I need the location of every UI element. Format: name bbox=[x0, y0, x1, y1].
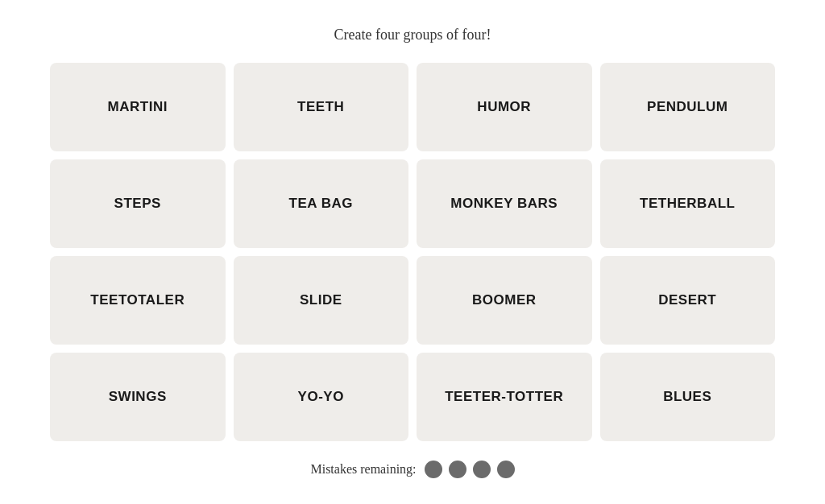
tile-tetherball[interactable]: TETHERBALL bbox=[600, 159, 776, 248]
tile-blues[interactable]: BLUES bbox=[600, 353, 776, 441]
tile-swings[interactable]: SWINGS bbox=[50, 353, 226, 441]
tile-label-tetherball: TETHERBALL bbox=[632, 188, 743, 220]
tile-label-blues: BLUES bbox=[655, 381, 719, 413]
tile-teeth[interactable]: TEETH bbox=[234, 63, 409, 151]
mistake-dot-4 bbox=[497, 461, 515, 478]
mistake-dot-3 bbox=[473, 461, 491, 478]
tile-martini[interactable]: MARTINI bbox=[50, 63, 226, 151]
game-container: Create four groups of four! MARTINITEETH… bbox=[50, 27, 775, 478]
tile-label-teeth: TEETH bbox=[289, 91, 352, 123]
tile-boomer[interactable]: BOOMER bbox=[417, 256, 592, 345]
tile-desert[interactable]: DESERT bbox=[600, 256, 776, 345]
subtitle: Create four groups of four! bbox=[334, 27, 491, 43]
mistake-dot-2 bbox=[449, 461, 466, 478]
tile-tea-bag[interactable]: TEA BAG bbox=[234, 159, 409, 248]
tile-label-martini: MARTINI bbox=[100, 91, 176, 123]
tile-label-teetotaler: TEETOTALER bbox=[82, 284, 193, 316]
tile-teetotaler[interactable]: TEETOTALER bbox=[50, 256, 226, 345]
tile-monkey-bars[interactable]: MONKEY BARS bbox=[417, 159, 592, 248]
tile-steps[interactable]: STEPS bbox=[50, 159, 226, 248]
mistakes-row: Mistakes remaining: bbox=[310, 461, 514, 478]
tile-grid: MARTINITEETHHUMORPENDULUMSTEPSTEA BAGMON… bbox=[50, 63, 775, 441]
tile-teeter-totter[interactable]: TEETER-TOTTER bbox=[417, 353, 592, 441]
mistake-dot-1 bbox=[425, 461, 442, 478]
tile-pendulum[interactable]: PENDULUM bbox=[600, 63, 776, 151]
tile-label-teeter-totter: TEETER-TOTTER bbox=[437, 381, 571, 413]
tile-label-pendulum: PENDULUM bbox=[639, 91, 736, 123]
tile-yo-yo[interactable]: YO-YO bbox=[234, 353, 409, 441]
tile-label-yo-yo: YO-YO bbox=[290, 381, 352, 413]
tile-label-steps: STEPS bbox=[106, 188, 169, 220]
tile-label-monkey-bars: MONKEY BARS bbox=[442, 188, 566, 220]
tile-label-tea-bag: TEA BAG bbox=[281, 188, 361, 220]
tile-label-desert: DESERT bbox=[650, 284, 724, 316]
tile-humor[interactable]: HUMOR bbox=[417, 63, 592, 151]
tile-label-swings: SWINGS bbox=[101, 381, 175, 413]
mistakes-label: Mistakes remaining: bbox=[310, 462, 416, 477]
tile-slide[interactable]: SLIDE bbox=[234, 256, 409, 345]
tile-label-boomer: BOOMER bbox=[464, 284, 545, 316]
tile-label-humor: HUMOR bbox=[469, 91, 539, 123]
tile-label-slide: SLIDE bbox=[292, 284, 350, 316]
mistakes-dots bbox=[425, 461, 515, 478]
